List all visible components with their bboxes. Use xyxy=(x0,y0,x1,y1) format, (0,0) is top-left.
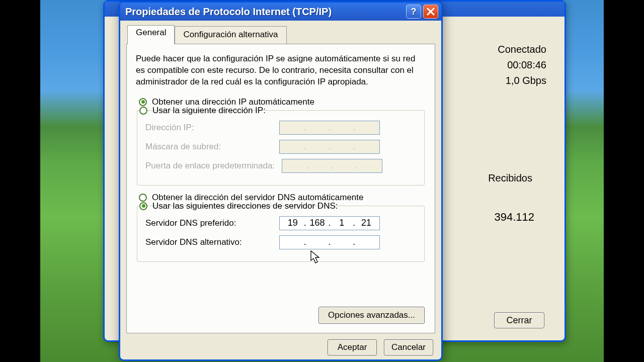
cancel-button[interactable]: Cancelar xyxy=(384,339,433,355)
radio-ip-auto[interactable] xyxy=(139,98,147,106)
radio-ip-manual-label: Usar la siguiente dirección IP: xyxy=(152,106,266,116)
dns-preferred-label: Servidor DNS preferido: xyxy=(145,218,272,228)
advanced-button[interactable]: Opciones avanzadas... xyxy=(318,307,425,324)
dns-preferred-input[interactable]: 19. 168. 1. 21 xyxy=(279,216,380,230)
close-button[interactable]: Cerrar xyxy=(494,312,544,328)
gateway-input: ... xyxy=(282,159,382,173)
description-text: Puede hacer que la configuración IP se a… xyxy=(136,53,426,88)
ok-button[interactable]: Aceptar xyxy=(328,339,377,355)
tab-general[interactable]: General xyxy=(127,25,175,44)
received-label: Recibidos xyxy=(488,172,532,184)
tab-alt-config[interactable]: Configuración alternativa xyxy=(175,26,286,44)
received-value: 394.112 xyxy=(494,211,534,224)
radio-dns-manual-label: Usar las siguientes direcciones de servi… xyxy=(152,201,338,211)
subnet-mask-label: Máscara de subred: xyxy=(145,142,272,152)
gateway-label: Puerta de enlace predeterminada: xyxy=(145,161,275,171)
status-value: Conectado xyxy=(461,44,546,55)
close-icon[interactable] xyxy=(423,5,438,19)
help-button[interactable]: ? xyxy=(406,5,421,19)
dns-alt-label: Servidor DNS alternativo: xyxy=(145,237,272,247)
ip-address-label: Dirección IP: xyxy=(145,123,272,133)
radio-dns-auto[interactable] xyxy=(139,194,147,202)
ip-address-input: ... xyxy=(279,121,380,135)
tcpip-properties-dialog: Propiedades de Protocolo Internet (TCP/I… xyxy=(119,1,443,361)
subnet-mask-input: ... xyxy=(279,140,380,154)
dialog-title: Propiedades de Protocolo Internet (TCP/I… xyxy=(125,6,332,18)
dns-alt-input[interactable]: . . . xyxy=(279,235,380,249)
duration-value: 00:08:46 xyxy=(461,59,546,71)
speed-value: 1,0 Gbps xyxy=(461,75,546,86)
radio-dns-manual[interactable] xyxy=(139,202,147,210)
radio-ip-manual[interactable] xyxy=(139,107,147,115)
